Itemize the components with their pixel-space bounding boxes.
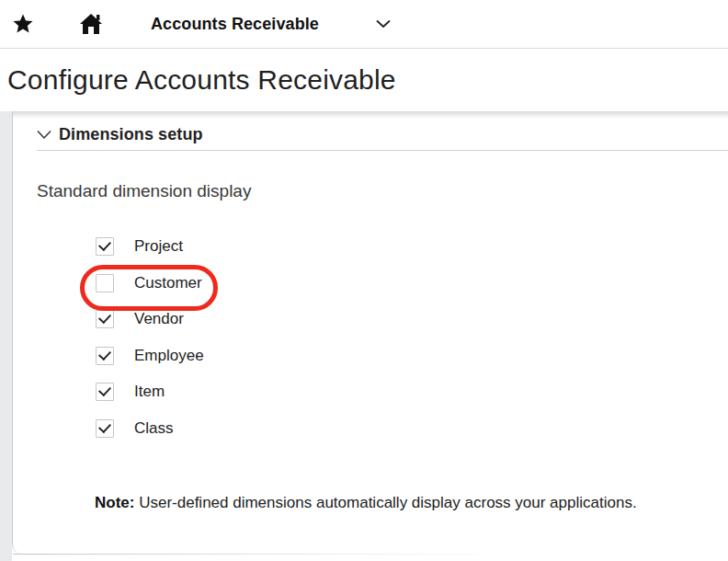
checkbox-row-employee: Employee — [96, 347, 728, 365]
section-divider — [37, 150, 728, 151]
checkbox-row-vendor: Vendor — [96, 310, 728, 328]
home-icon — [78, 11, 104, 37]
checkbox-label: Vendor — [134, 310, 184, 328]
chevron-down-icon — [376, 19, 391, 29]
checkbox-row-item: Item — [96, 383, 728, 401]
subheading: Standard dimension display — [37, 181, 728, 201]
checkbox[interactable] — [96, 419, 114, 438]
checkbox-row-customer: Customer — [96, 274, 728, 292]
page-title-bar: Configure Accounts Receivable — [0, 49, 728, 111]
section-title: Dimensions setup — [59, 125, 203, 144]
checkbox-row-class: Class — [96, 419, 728, 438]
note-text: User-defined dimensions automatically di… — [134, 494, 636, 511]
app-menu[interactable]: Accounts Receivable — [104, 15, 391, 34]
checkbox-label: Customer — [134, 274, 202, 292]
home-button[interactable] — [78, 11, 104, 37]
top-bar: Accounts Receivable — [0, 0, 728, 49]
note-label: Note: — [95, 494, 134, 511]
checkbox-label: Project — [134, 237, 183, 256]
page-title: Configure Accounts Receivable — [7, 64, 396, 96]
checkbox-label: Item — [134, 383, 165, 401]
checkbox[interactable] — [96, 310, 114, 328]
note: Note: User-defined dimensions automatica… — [95, 494, 728, 512]
app-menu-label: Accounts Receivable — [151, 15, 319, 34]
left-gutter — [0, 111, 12, 561]
checkbox-row-project: Project — [96, 237, 728, 256]
main-area: Dimensions setup Standard dimension disp… — [0, 111, 728, 561]
checkbox-label: Class — [134, 419, 174, 438]
checkbox[interactable] — [96, 347, 114, 365]
checkbox-list: Project Customer Vendor Employee Item Cl… — [96, 237, 728, 438]
checkbox-label: Employee — [134, 347, 204, 365]
checkbox[interactable] — [96, 274, 114, 292]
checkbox[interactable] — [96, 237, 114, 256]
dimensions-setup-section-toggle[interactable]: Dimensions setup — [13, 111, 728, 144]
chevron-down-icon — [37, 130, 51, 140]
favorites-button[interactable] — [12, 13, 34, 35]
app-window: { "top_bar": { "app_menu_label": "Accoun… — [0, 0, 728, 561]
checkbox[interactable] — [96, 383, 114, 401]
star-icon — [12, 13, 34, 35]
content-panel: Dimensions setup Standard dimension disp… — [12, 111, 728, 554]
